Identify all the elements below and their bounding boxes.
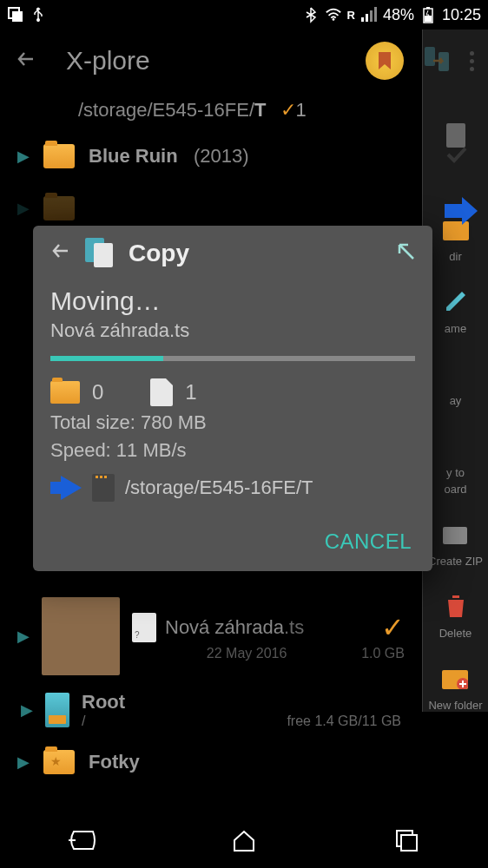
file-count: 1 xyxy=(185,380,196,404)
speed: Speed: 11 MB/s xyxy=(50,439,415,462)
chevron-right-icon: ▶ xyxy=(21,700,33,720)
progress-bar xyxy=(50,356,415,361)
copy-icon xyxy=(85,238,116,269)
chevron-right-icon: ▶ xyxy=(17,199,30,218)
phone-storage-icon xyxy=(45,693,69,727)
chevron-right-icon: ▶ xyxy=(17,627,30,646)
nav-home-button[interactable] xyxy=(228,825,260,856)
nav-back-button[interactable] xyxy=(66,825,97,856)
battery-icon xyxy=(419,6,437,23)
sd-card-icon xyxy=(439,118,473,153)
nav-recent-button[interactable] xyxy=(391,825,422,856)
battery-pct: 48% xyxy=(383,6,414,24)
check-orange-icon[interactable]: ✓ xyxy=(381,611,405,644)
chevron-right-icon: ▶ xyxy=(17,147,30,166)
side-create-zip[interactable]: Create ZIP xyxy=(428,516,483,568)
folder-item-fotky[interactable]: ▶ Fotky xyxy=(10,738,412,786)
side-play[interactable]: ay xyxy=(439,356,473,407)
usb-icon xyxy=(30,6,47,23)
sd-storage-icon xyxy=(92,474,115,502)
dialog-back-button[interactable] xyxy=(49,239,73,269)
wifi-icon xyxy=(325,6,342,23)
svg-rect-19 xyxy=(401,835,417,851)
roaming-indicator: R xyxy=(347,9,355,22)
svg-rect-4 xyxy=(361,17,364,22)
destination-path: /storage/E545-16FE/T xyxy=(125,477,313,499)
root-item[interactable]: ▶ Root /free 1.4 GB/11 GB xyxy=(10,682,412,738)
svg-rect-13 xyxy=(446,123,465,148)
clock: 10:25 xyxy=(442,6,481,24)
folder-icon xyxy=(43,196,75,220)
multitask-icon xyxy=(7,6,24,23)
svg-rect-5 xyxy=(366,14,368,22)
starred-folder-icon xyxy=(43,750,75,774)
svg-rect-15 xyxy=(443,527,467,544)
moving-status: Moving… xyxy=(50,286,415,316)
file-item-nova-zahrada[interactable]: ▶ ? Nová záhrada.ts ✓ 22 May 20161.0 GB xyxy=(10,590,412,682)
file-icon: ? xyxy=(132,613,156,642)
folder-count-icon xyxy=(50,381,80,404)
copy-dialog: Copy Moving… Nová záhrada.ts 0 1 Total s… xyxy=(33,226,432,571)
bookmark-button[interactable] xyxy=(366,42,404,80)
video-thumbnail xyxy=(42,597,120,675)
cancel-button[interactable]: CANCEL xyxy=(325,529,412,554)
svg-rect-6 xyxy=(370,10,373,22)
side-delete[interactable]: Delete xyxy=(439,589,473,640)
chevron-right-icon: ▶ xyxy=(17,753,30,772)
moving-filename: Nová záhrada.ts xyxy=(50,319,415,342)
side-rename[interactable]: ame xyxy=(439,284,473,335)
svg-rect-9 xyxy=(426,7,430,9)
folder-count: 0 xyxy=(92,380,103,404)
folder-icon xyxy=(43,144,75,168)
side-copy-to[interactable]: y tooard xyxy=(439,428,473,496)
signal-icon xyxy=(360,6,378,23)
resize-icon[interactable] xyxy=(394,240,417,268)
svg-point-3 xyxy=(332,18,334,21)
arrow-right-icon xyxy=(61,476,82,500)
blue-arrow-icon[interactable] xyxy=(441,195,479,230)
svg-point-2 xyxy=(36,18,40,22)
side-new-folder[interactable]: New folder xyxy=(428,661,482,712)
bluetooth-icon xyxy=(302,6,320,23)
folder-item-blue-ruin[interactable]: ▶ Blue Ruin (2013) xyxy=(10,128,478,184)
total-size: Total size: 780 MB xyxy=(50,411,415,434)
back-arrow-icon[interactable] xyxy=(14,47,38,75)
dialog-title: Copy xyxy=(129,240,189,267)
breadcrumb[interactable]: /storage/E545-16FE/T ✓1 xyxy=(0,92,488,128)
file-count-icon xyxy=(150,378,173,406)
svg-rect-7 xyxy=(374,7,377,22)
app-title: X-plore xyxy=(66,46,150,76)
svg-rect-1 xyxy=(12,11,23,22)
